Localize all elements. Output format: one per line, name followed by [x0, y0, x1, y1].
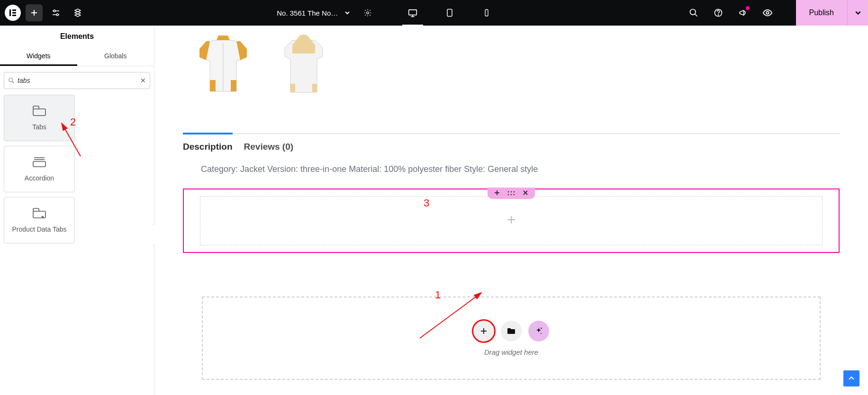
empty-container-dropzone[interactable] [200, 196, 823, 245]
panel-title: Elements [0, 26, 154, 47]
whats-new-button[interactable] [737, 7, 749, 18]
svg-point-42 [514, 194, 515, 196]
widget-label: Product Data Tabs [12, 225, 67, 233]
publish-button[interactable]: Publish [796, 0, 847, 26]
device-mobile-button[interactable] [476, 0, 497, 26]
widget-search-input[interactable] [18, 77, 137, 84]
svg-line-22 [12, 81, 14, 83]
folder-icon [507, 327, 515, 335]
site-settings-button[interactable] [47, 4, 64, 21]
search-icon [8, 77, 15, 84]
svg-point-9 [56, 14, 58, 16]
product-thumb-1[interactable] [192, 30, 254, 97]
product-thumb-2[interactable] [273, 30, 335, 97]
widget-product-data-tabs[interactable]: Product Data Tabs [4, 197, 75, 243]
svg-rect-15 [485, 9, 488, 16]
tab-reviews[interactable]: Reviews (0) [244, 142, 294, 152]
structure-button[interactable] [69, 4, 86, 21]
svg-rect-33 [290, 84, 295, 92]
device-desktop-button[interactable] [402, 0, 423, 26]
workspace: Elements Widgets Globals ✕ Tabs Accordio… [0, 26, 868, 395]
widget-search-box[interactable]: ✕ [4, 72, 150, 89]
svg-point-19 [718, 15, 718, 15]
topbar-right: Publish [688, 0, 868, 26]
add-section-button[interactable] [473, 321, 494, 341]
topbar-center: No. 3561 The No… [86, 0, 688, 26]
topbar-left [0, 4, 86, 21]
widgets-grid: Tabs Accordion Product Data Tabs [0, 95, 154, 243]
clear-search-button[interactable]: ✕ [140, 77, 146, 84]
svg-point-40 [508, 194, 509, 196]
scroll-to-top-button[interactable] [843, 370, 859, 386]
svg-rect-27 [33, 211, 45, 218]
product-tabs-section: Description Reviews (0) Category: Jacket… [183, 134, 840, 174]
widget-label: Accordion [25, 174, 54, 182]
publish-group: Publish [796, 0, 868, 26]
drop-hint-text: Drag widget here [484, 348, 538, 356]
new-section-dropzone[interactable]: Drag widget here [202, 296, 821, 380]
svg-rect-0 [9, 9, 11, 16]
add-element-button[interactable] [26, 4, 43, 21]
svg-point-20 [766, 11, 769, 14]
panel-tab-widgets[interactable]: Widgets [0, 47, 77, 66]
widget-tabs[interactable]: Tabs [4, 95, 75, 141]
notification-dot-icon [746, 6, 750, 10]
responsive-device-group [402, 0, 497, 26]
panel-tabs: Widgets Globals [0, 47, 154, 66]
svg-point-7 [54, 10, 55, 12]
help-button[interactable] [713, 7, 724, 18]
elementor-logo[interactable] [5, 5, 21, 21]
elements-panel: Elements Widgets Globals ✕ Tabs Accordio… [0, 26, 154, 395]
selected-container[interactable] [183, 189, 840, 253]
sparkle-icon [534, 327, 543, 335]
svg-rect-11 [409, 10, 417, 15]
preview-button[interactable] [762, 7, 773, 18]
gear-icon[interactable] [363, 9, 372, 17]
svg-rect-3 [12, 15, 16, 16]
add-widget-plus-icon[interactable] [506, 214, 516, 228]
finder-search-button[interactable] [688, 7, 699, 18]
svg-point-37 [508, 191, 509, 193]
widget-label: Tabs [32, 123, 46, 131]
svg-point-10 [367, 12, 369, 14]
svg-rect-30 [231, 80, 236, 91]
svg-point-50 [541, 333, 542, 334]
device-tablet-button[interactable] [439, 0, 460, 26]
svg-point-38 [511, 191, 512, 193]
add-template-button[interactable] [501, 321, 522, 341]
svg-rect-26 [33, 162, 45, 167]
top-bar: No. 3561 The No… [0, 0, 868, 26]
svg-point-16 [690, 9, 696, 15]
accordion-icon [32, 156, 46, 168]
svg-rect-34 [312, 84, 317, 92]
svg-rect-1 [12, 9, 16, 11]
product-thumbnails [192, 30, 335, 97]
svg-point-21 [9, 78, 13, 82]
add-ai-button[interactable] [528, 321, 549, 341]
svg-rect-29 [210, 80, 216, 91]
svg-line-17 [695, 14, 697, 17]
panel-tab-globals[interactable]: Globals [77, 47, 154, 66]
annotation-ring-icon [472, 319, 496, 343]
svg-rect-14 [447, 9, 452, 17]
page-title-dropdown[interactable]: No. 3561 The No… [277, 9, 372, 17]
chevron-down-icon [344, 10, 350, 16]
page-title: No. 3561 The No… [277, 9, 338, 17]
svg-point-49 [541, 327, 542, 328]
description-text: Category: Jacket Version: three-in-one M… [183, 157, 840, 174]
svg-point-39 [514, 191, 515, 193]
tab-description[interactable]: Description [183, 142, 233, 152]
preview-canvas: Description Reviews (0) Category: Jacket… [154, 26, 868, 395]
svg-rect-23 [33, 109, 45, 116]
publish-options-button[interactable] [847, 0, 868, 26]
svg-rect-2 [12, 12, 16, 14]
tabs-icon [32, 105, 46, 117]
widget-accordion[interactable]: Accordion [4, 146, 75, 192]
product-tabs-icon [32, 207, 46, 219]
svg-point-41 [511, 194, 512, 196]
